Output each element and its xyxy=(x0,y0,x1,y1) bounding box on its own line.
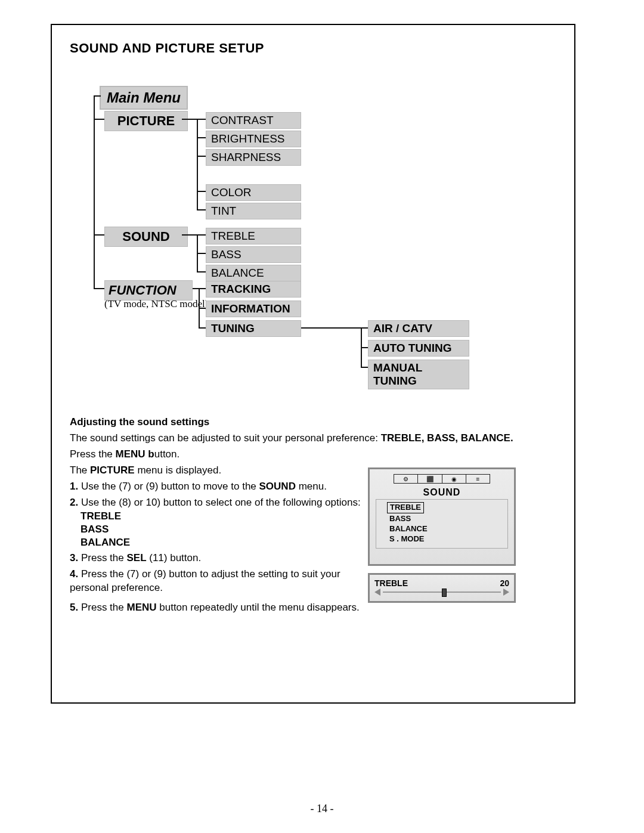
menu-picture-item-contrast: CONTRAST xyxy=(206,112,301,129)
menu-function-item-information: INFORMATION xyxy=(206,301,301,317)
instructions-intro: The sound settings can be adjusted to su… xyxy=(70,432,559,445)
step-3: 3. Press the SEL (11) button. xyxy=(70,552,374,565)
menu-tuning-sub-manual: MANUAL TUNING xyxy=(368,360,469,389)
osd-tab-icon: ⚙ xyxy=(394,475,418,483)
instructions-title: Adjusting the sound settings xyxy=(70,416,559,429)
osd-tab-icon: ≡ xyxy=(466,475,490,483)
slider-thumb-icon xyxy=(442,589,447,597)
step-2: 2. Use the (8) or 10) button to select o… xyxy=(70,496,374,549)
osd-item-selected: TREBLE xyxy=(387,502,424,513)
function-note: (TV mode, NTSC model) xyxy=(104,298,208,310)
page-number: - 14 - xyxy=(0,803,644,815)
menu-tree-diagram: Main Menu PICTURE CONTRAST BRIGHTNESS SH… xyxy=(70,86,559,402)
menu-picture-item-sharpness: SHARPNESS xyxy=(206,149,301,166)
menu-root: Main Menu xyxy=(100,86,188,110)
menu-function-item-tracking: TRACKING xyxy=(206,281,301,298)
osd-item: BALANCE xyxy=(389,524,428,533)
step-5: 5. Press the MENU button repeatedly unti… xyxy=(70,601,374,615)
menu-function-item-tuning: TUNING xyxy=(206,320,301,337)
menu-picture-item-brightness: BRIGHTNESS xyxy=(206,131,301,147)
menu-tuning-sub-air-catv: AIR / CATV xyxy=(368,320,469,337)
osd-item: S . MODE xyxy=(389,534,425,543)
menu-sound-item-bass: BASS xyxy=(206,246,301,263)
menu-tuning-sub-auto: AUTO TUNING xyxy=(368,340,469,357)
osd-slider-label: TREBLE xyxy=(374,578,408,588)
osd-item: BASS xyxy=(389,514,411,523)
press-menu-line: Press the MENU button. xyxy=(70,448,559,462)
menu-sound: SOUND xyxy=(104,227,188,247)
left-arrow-icon xyxy=(374,589,380,596)
osd-tab-icon: ⬛ xyxy=(418,475,442,483)
section-title: SOUND AND PICTURE SETUP xyxy=(70,41,556,56)
osd-title: SOUND xyxy=(376,487,508,498)
osd-list: TREBLE BASS BALANCE S . MODE xyxy=(376,499,508,549)
osd-slider-bar xyxy=(374,589,509,595)
osd-tabs: ⚙ ⬛ ◉ ≡ xyxy=(394,474,490,484)
step-1: 1. Use the (7) or (9) button to move to … xyxy=(70,480,374,494)
right-arrow-icon xyxy=(503,589,509,596)
osd-tab-icon: ◉ xyxy=(442,475,466,483)
menu-sound-item-balance: BALANCE xyxy=(206,265,301,281)
osd-slider-panel: TREBLE 20 xyxy=(368,573,516,603)
osd-screenshot: ⚙ ⬛ ◉ ≡ SOUND TREBLE BASS BALANCE S . MO… xyxy=(368,467,516,603)
osd-slider-value: 20 xyxy=(500,578,509,588)
menu-sound-item-treble: TREBLE xyxy=(206,228,301,244)
menu-picture-item-color: COLOR xyxy=(206,184,301,201)
menu-picture-item-tint: TINT xyxy=(206,203,301,219)
menu-function: FUNCTION xyxy=(104,280,193,301)
menu-picture: PICTURE xyxy=(104,111,188,131)
step-4: 4. Press the (7) or (9) button to adjust… xyxy=(70,568,374,595)
